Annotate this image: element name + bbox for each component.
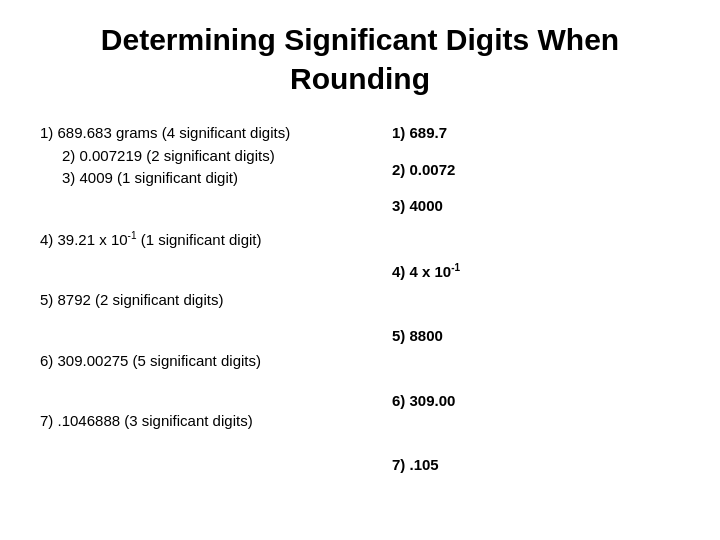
- problem-4-exponent: -1: [128, 230, 137, 241]
- title-line2: Rounding: [290, 62, 430, 95]
- problem-3: 3) 4009 (1 significant digit): [40, 167, 392, 190]
- title-block: Determining Significant Digits When Roun…: [40, 20, 680, 98]
- problems-column: 1) 689.683 grams (4 significant digits) …: [40, 122, 392, 520]
- problem-3-text: 3) 4009 (1 significant digit): [40, 167, 392, 190]
- problem-7: 7) .1046888 (3 significant digits): [40, 410, 392, 433]
- answer-1: 1) 689.7: [392, 122, 680, 145]
- answer-6: 6) 309.00: [392, 390, 680, 413]
- problem-1: 1) 689.683 grams (4 significant digits): [40, 122, 392, 145]
- problem-group-1: 1) 689.683 grams (4 significant digits) …: [40, 122, 392, 190]
- title-line1: Determining Significant Digits When: [101, 23, 619, 56]
- answer-2: 2) 0.0072: [392, 159, 680, 182]
- answer-3: 3) 4000: [392, 195, 680, 218]
- answer-4-exponent: -1: [451, 262, 460, 273]
- problem-1-number: 1) 689.683 grams (4 significant digits): [40, 124, 290, 141]
- problem-2: 2) 0.007219 (2 significant digits): [40, 145, 392, 168]
- problem-2-text: 2) 0.007219 (2 significant digits): [40, 145, 392, 168]
- answer-4: 4) 4 x 10-1: [392, 260, 680, 284]
- answer-5: 5) 8800: [392, 325, 680, 348]
- answers-column: 1) 689.7 2) 0.0072 3) 4000 4) 4 x 10-1 5…: [392, 122, 680, 520]
- problem-4: 4) 39.21 x 10-1 (1 significant digit): [40, 228, 392, 252]
- problem-5: 5) 8792 (2 significant digits): [40, 289, 392, 312]
- answer-7: 7) .105: [392, 454, 680, 477]
- page-title: Determining Significant Digits When Roun…: [40, 20, 680, 98]
- page: Determining Significant Digits When Roun…: [0, 0, 720, 540]
- content-area: 1) 689.683 grams (4 significant digits) …: [40, 122, 680, 520]
- problem-6: 6) 309.00275 (5 significant digits): [40, 350, 392, 373]
